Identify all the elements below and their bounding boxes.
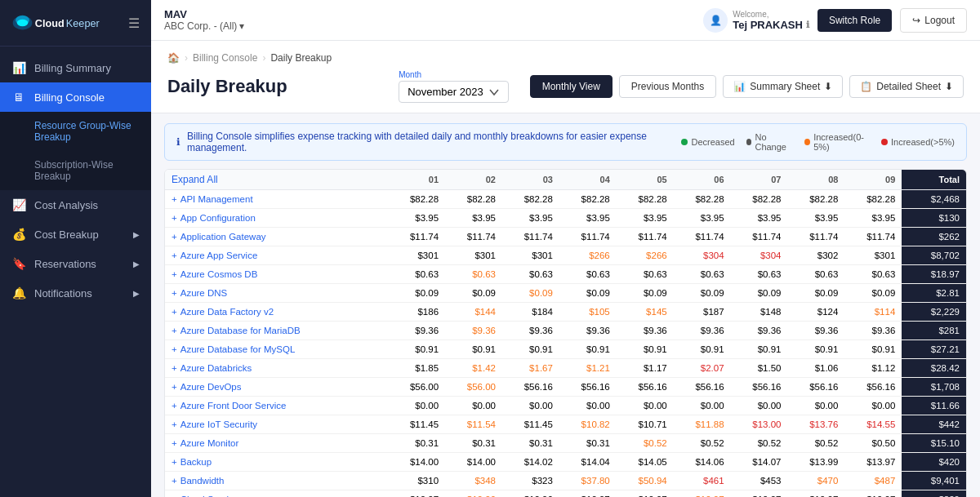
row-name[interactable]: Azure Database for MySQL: [180, 344, 296, 354]
row-val-7: $13.00: [731, 415, 788, 434]
row-val-8: $302: [788, 246, 845, 265]
row-name[interactable]: Azure App Service: [180, 251, 258, 260]
row-val-5: $3.95: [617, 209, 674, 228]
plus-icon[interactable]: +: [172, 438, 177, 448]
plus-icon[interactable]: +: [172, 382, 177, 392]
plus-icon[interactable]: +: [172, 269, 177, 279]
sidebar-item-cost-analysis[interactable]: 📈 Cost Analysis: [0, 190, 151, 220]
row-val-9: $3.95: [844, 209, 902, 228]
sidebar-item-label: Notifications: [34, 287, 92, 300]
row-val-5: $0.09: [617, 284, 674, 303]
col-total: Total: [902, 170, 966, 190]
row-val-9: $487: [844, 472, 902, 490]
row-name[interactable]: Azure Database for MariaDB: [180, 326, 301, 335]
row-val-8: $11.74: [788, 228, 845, 246]
row-total: $2.81: [902, 284, 966, 303]
row-val-8: $10.97: [788, 490, 845, 498]
plus-icon[interactable]: +: [172, 213, 177, 223]
sidebar-item-billing-console[interactable]: 🖥 Billing Console: [0, 82, 151, 112]
row-name[interactable]: Bandwidth: [180, 476, 225, 486]
plus-icon[interactable]: +: [172, 363, 177, 373]
user-name: Tej PRAKASH ℹ: [733, 19, 809, 31]
row-val-1: $56.00: [388, 378, 445, 397]
plus-icon[interactable]: +: [172, 307, 177, 317]
sidebar-item-label: Billing Summary: [34, 62, 111, 74]
expand-all-button[interactable]: Expand All: [172, 174, 218, 185]
plus-icon[interactable]: +: [172, 457, 177, 467]
plus-icon[interactable]: +: [172, 288, 177, 298]
legend-decreased: Decreased: [681, 137, 734, 147]
row-val-1: $0.91: [388, 340, 445, 359]
row-name[interactable]: App Configuration: [180, 213, 256, 223]
row-name[interactable]: Azure Data Factory v2: [180, 307, 274, 317]
row-val-8: $0.63: [788, 265, 845, 284]
switch-role-button[interactable]: Switch Role: [817, 9, 892, 32]
row-total: $420: [902, 453, 966, 472]
plus-icon[interactable]: +: [172, 232, 177, 242]
plus-icon[interactable]: +: [172, 401, 177, 410]
month-selector: Month November 2023: [399, 70, 509, 103]
row-val-2: $3.95: [445, 209, 502, 228]
table-row: +Application Gateway$11.74$11.74$11.74$1…: [165, 228, 966, 246]
table-body: +API Management$82.28$82.28$82.28$82.28$…: [165, 190, 966, 498]
logout-button[interactable]: ↪ Logout: [900, 8, 967, 33]
sidebar-item-label: Cost Breakup: [34, 229, 99, 241]
row-val-7: $148: [731, 303, 788, 322]
row-total: $11.66: [902, 397, 966, 415]
row-name[interactable]: Azure DevOps: [180, 382, 242, 392]
plus-icon[interactable]: +: [172, 251, 177, 260]
decreased-label: Decreased: [691, 137, 734, 147]
home-icon[interactable]: 🏠: [167, 52, 180, 64]
svg-point-2: [17, 20, 29, 26]
plus-icon[interactable]: +: [172, 344, 177, 354]
row-name[interactable]: Azure DNS: [180, 288, 228, 298]
info-bar: ℹ Billing Console simplifies expense tra…: [164, 123, 967, 161]
logout-icon: ↪: [912, 15, 920, 26]
breadcrumb-current: Daily Breakup: [270, 52, 332, 64]
row-name-cell: +Application Gateway: [165, 228, 388, 246]
sidebar-item-reservations[interactable]: 🔖 Reservations ▶: [0, 249, 151, 278]
breadcrumb-billing-console[interactable]: Billing Console: [193, 52, 257, 64]
main-content: MAV ABC Corp. - (All) ▾ 👤 Welcome, Tej P…: [151, 0, 980, 497]
row-val-5: $0.00: [617, 397, 674, 415]
row-val-8: $1.06: [788, 359, 845, 378]
row-name[interactable]: API Management: [180, 194, 253, 204]
sidebar-item-cost-breakup[interactable]: 💰 Cost Breakup ▶: [0, 220, 151, 249]
row-val-4: $3.95: [559, 209, 617, 228]
sidebar-item-subscription[interactable]: Subscription-Wise Breakup: [0, 151, 151, 190]
row-name[interactable]: Azure Cosmos DB: [180, 269, 258, 279]
plus-icon[interactable]: +: [172, 419, 177, 429]
row-val-2: $11.74: [445, 228, 502, 246]
plus-icon[interactable]: +: [172, 326, 177, 335]
row-val-1: $11.74: [388, 228, 445, 246]
sidebar-item-notifications[interactable]: 🔔 Notifications ▶: [0, 278, 151, 308]
row-name[interactable]: Azure IoT Security: [180, 419, 257, 429]
month-dropdown[interactable]: November 2023: [399, 81, 509, 103]
row-val-5: $9.36: [617, 322, 674, 340]
row-name[interactable]: Azure Monitor: [180, 438, 239, 448]
row-val-3: $184: [502, 303, 559, 322]
row-name-cell: +Backup: [165, 453, 388, 472]
plus-icon[interactable]: +: [172, 476, 177, 486]
legend-increased-large: Increased(>5%): [881, 137, 955, 147]
sidebar-item-resource-group[interactable]: Resource Group-Wise Breakup: [0, 112, 151, 151]
plus-icon[interactable]: +: [172, 194, 177, 204]
sidebar-item-billing-summary[interactable]: 📊 Billing Summary: [0, 53, 151, 82]
row-val-3: $14.02: [502, 453, 559, 472]
detailed-sheet-button[interactable]: 📋 Detailed Sheet ⬇: [849, 75, 964, 98]
row-val-9: $14.55: [844, 415, 902, 434]
summary-sheet-button[interactable]: 📊 Summary Sheet ⬇: [723, 75, 843, 98]
monthly-view-button[interactable]: Monthly View: [530, 75, 612, 98]
row-val-5: $82.28: [617, 190, 674, 209]
previous-months-button[interactable]: Previous Months: [619, 75, 716, 98]
row-name[interactable]: Azure Front Door Service: [180, 401, 287, 410]
row-val-3: $0.00: [502, 397, 559, 415]
row-name[interactable]: Application Gateway: [180, 232, 266, 242]
row-val-2: $14.00: [445, 453, 502, 472]
row-val-3: $82.28: [502, 190, 559, 209]
row-total: $281: [902, 322, 966, 340]
menu-icon[interactable]: ☰: [128, 16, 140, 31]
row-val-7: $14.07: [731, 453, 788, 472]
row-name[interactable]: Azure Databricks: [180, 363, 252, 373]
row-name[interactable]: Backup: [180, 457, 212, 467]
